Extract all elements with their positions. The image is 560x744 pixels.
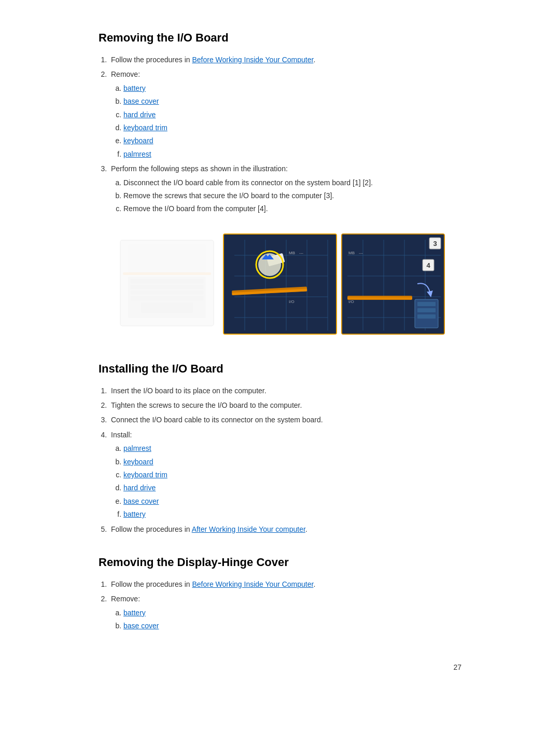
hard-drive-link-install[interactable]: hard drive [123, 484, 156, 492]
svg-text:---: --- [359, 251, 363, 255]
section1-step2: Remove: battery base cover hard drive ke… [109, 68, 461, 160]
svg-text:I/O: I/O [289, 299, 295, 304]
list-item: hard drive [123, 109, 461, 120]
list-item: palmrest [123, 443, 461, 454]
install-list: palmrest keyboard keyboard trim hard dri… [123, 443, 461, 520]
section2-step1: Insert the I/O board to its place on the… [109, 385, 461, 396]
keyboard-link-install[interactable]: keyboard [123, 458, 153, 466]
svg-rect-41 [417, 302, 436, 306]
list-item: Disconnect the I/O board cable from its … [123, 177, 461, 188]
svg-rect-4 [131, 291, 203, 295]
list-item: Remove the I/O board from the computer [… [123, 203, 461, 214]
svg-rect-2 [131, 279, 203, 283]
step5-prefix: Follow the procedures in [111, 525, 192, 533]
svg-rect-8 [123, 272, 211, 275]
svg-rect-39 [347, 297, 412, 299]
base-cover-link-install[interactable]: base cover [123, 497, 159, 505]
perform-list: Disconnect the I/O board cable from its … [123, 177, 461, 215]
install-text: Install: [111, 431, 132, 439]
svg-text:MB: MB [348, 251, 355, 255]
after-working-link[interactable]: After Working Inside Your computer [192, 525, 305, 533]
center-highlight-panel: MB --- I/O [223, 233, 337, 335]
section1-step1: Follow the procedures in Before Working … [109, 54, 461, 65]
svg-rect-6 [141, 302, 193, 313]
svg-text:4: 4 [426, 261, 430, 269]
list-item: base cover [123, 95, 461, 107]
section2-step3: Connect the I/O board cable to its conne… [109, 414, 461, 425]
section1-title: Removing the I/O Board [99, 31, 461, 45]
keyboard-trim-link-install[interactable]: keyboard trim [123, 471, 167, 479]
list-item: battery [123, 607, 461, 618]
step1-prefix-s3: Follow the procedures in [111, 580, 192, 588]
battery-link-s3[interactable]: battery [123, 609, 146, 617]
battery-link-install[interactable]: battery [123, 510, 146, 518]
section1-steps: Follow the procedures in Before Working … [109, 54, 461, 215]
keyboard-trim-link-1[interactable]: keyboard trim [123, 123, 167, 132]
list-item: battery [123, 82, 461, 94]
step1-prefix-text: Follow the procedures in [111, 56, 192, 64]
base-cover-link-s3[interactable]: base cover [123, 622, 159, 630]
svg-text:I/O: I/O [348, 299, 354, 304]
laptop-ghost-image [115, 235, 219, 334]
before-working-link-1[interactable]: Before Working Inside Your Computer [192, 56, 313, 64]
section3-title: Removing the Display-Hinge Cover [99, 556, 461, 569]
section2-title: Installing the I/O Board [99, 362, 461, 376]
keyboard-link-1[interactable]: keyboard [123, 136, 153, 145]
section2-step5: Follow the procedures in After Working I… [109, 523, 461, 535]
remove-list-1: battery base cover hard drive keyboard t… [123, 82, 461, 160]
list-item: keyboard [123, 456, 461, 467]
right-highlight-panel: 3 4 MB --- I/O [341, 233, 445, 335]
step2-text-s3: Remove: [111, 595, 140, 603]
svg-rect-9 [224, 235, 337, 335]
section1-step3: Perform the following steps as shown in … [109, 163, 461, 215]
svg-text:---: --- [299, 251, 303, 255]
section2-steps: Insert the I/O board to its place on the… [109, 385, 461, 535]
hard-drive-link-1[interactable]: hard drive [123, 111, 156, 119]
step2-text: Remove: [111, 70, 140, 78]
palmrest-link-1[interactable]: palmrest [123, 150, 151, 158]
section3-step1: Follow the procedures in Before Working … [109, 578, 461, 590]
list-item: keyboard trim [123, 469, 461, 480]
page-number: 27 [99, 663, 461, 671]
list-item: base cover [123, 495, 461, 507]
list-item: keyboard [123, 135, 461, 146]
base-cover-link-1[interactable]: base cover [123, 97, 159, 105]
svg-text:3: 3 [433, 240, 437, 247]
list-item: battery [123, 508, 461, 520]
section2-step2: Tighten the screws to secure the I/O boa… [109, 399, 461, 411]
before-working-link-3[interactable]: Before Working Inside Your Computer [192, 580, 313, 588]
section3-steps: Follow the procedures in Before Working … [109, 578, 461, 632]
svg-rect-3 [131, 285, 203, 289]
svg-rect-42 [417, 308, 436, 312]
list-item: palmrest [123, 148, 461, 160]
illustration-box: MB --- I/O [104, 227, 456, 341]
list-item: keyboard trim [123, 122, 461, 133]
list-item: hard drive [123, 482, 461, 493]
palmrest-link-install[interactable]: palmrest [123, 444, 151, 452]
svg-rect-43 [417, 314, 436, 319]
list-item: Remove the screws that secure the I/O bo… [123, 190, 461, 201]
svg-text:MB: MB [289, 251, 295, 255]
step3-text: Perform the following steps as shown in … [111, 164, 288, 173]
svg-rect-7 [128, 244, 206, 273]
section2-step4: Install: palmrest keyboard keyboard trim… [109, 429, 461, 520]
battery-link-1[interactable]: battery [123, 84, 146, 92]
svg-rect-5 [131, 296, 203, 300]
illustration-container: MB --- I/O [99, 227, 461, 341]
list-item: base cover [123, 620, 461, 631]
section3-step2: Remove: battery base cover [109, 593, 461, 631]
remove-list-3: battery base cover [123, 607, 461, 632]
